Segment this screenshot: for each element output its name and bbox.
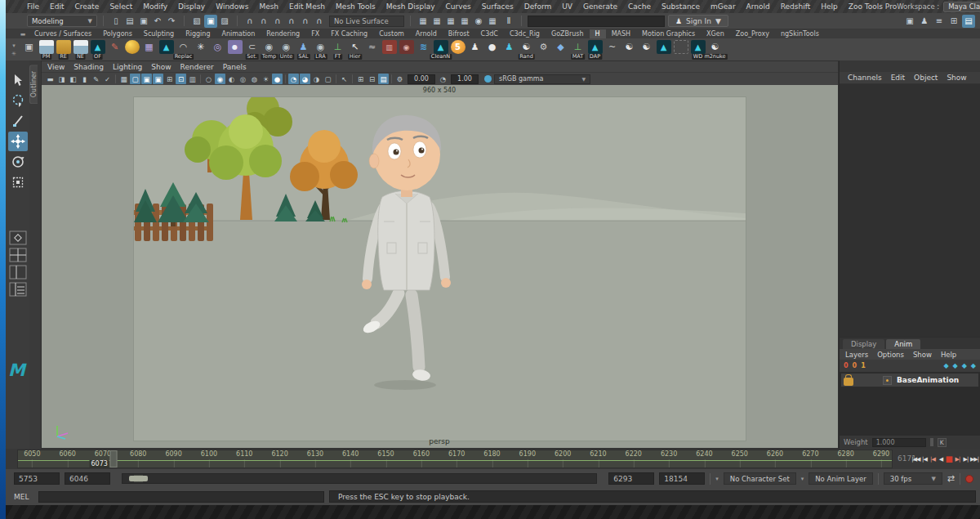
paint-select-tool-button[interactable] bbox=[8, 111, 28, 131]
go-to-end-button[interactable]: ▶▶| bbox=[970, 452, 978, 466]
menu-item[interactable]: Modify bbox=[143, 2, 167, 11]
shelf-item[interactable]: ✎ bbox=[106, 39, 123, 60]
shelf-tab[interactable]: MASH bbox=[606, 29, 636, 38]
viewport-toolbar-icon[interactable]: ◔ bbox=[288, 74, 299, 84]
viewport-toolbar-icon[interactable]: ▤ bbox=[378, 74, 389, 84]
snap-view-plane-icon[interactable]: ∩ bbox=[299, 15, 312, 28]
select-component-icon[interactable]: ▨ bbox=[218, 15, 231, 28]
shelf-tab[interactable]: Custom bbox=[373, 29, 410, 38]
shelf-item[interactable] bbox=[672, 39, 689, 60]
animation-start-field[interactable] bbox=[14, 472, 60, 485]
viewport-toolbar-icon[interactable]: ▢ bbox=[323, 74, 333, 84]
shelf-item[interactable]: RE bbox=[55, 39, 72, 60]
layer-editor-tab[interactable]: Display bbox=[843, 339, 884, 349]
gamma-field[interactable]: 1.00 bbox=[451, 74, 479, 84]
viewport-menu-item[interactable]: Renderer bbox=[180, 63, 214, 71]
viewport-toolbar-icon[interactable]: ▬ bbox=[45, 74, 56, 84]
menu-item[interactable]: Edit bbox=[50, 2, 64, 11]
menu-item[interactable]: Cache bbox=[628, 2, 651, 11]
playback-start-field[interactable] bbox=[65, 472, 110, 485]
viewport-toolbar-icon[interactable] bbox=[352, 74, 353, 83]
viewport-toolbar-icon[interactable]: ● bbox=[272, 74, 283, 84]
shelf-tab[interactable]: ngSkinTools bbox=[775, 29, 825, 38]
auto-key-toggle[interactable] bbox=[965, 475, 973, 483]
workspace-select[interactable]: Maya Classic* ▼ bbox=[943, 2, 980, 12]
menu-item[interactable]: Select bbox=[109, 2, 132, 11]
colorspace-select[interactable]: sRGB gamma ▼ bbox=[494, 74, 590, 84]
viewport-menu-item[interactable]: Show bbox=[151, 63, 171, 71]
viewport-toolbar-icon[interactable]: ▮ bbox=[79, 74, 90, 84]
viewport-menu-item[interactable]: Lighting bbox=[113, 63, 142, 71]
timeline-ruler[interactable]: 6050606060706080609061006110612061306140… bbox=[17, 450, 893, 468]
shelf-tab[interactable]: Motion Graphics bbox=[636, 29, 701, 38]
menu-item[interactable]: Mesh Display bbox=[386, 2, 435, 11]
layer-editor-tab[interactable]: Anim bbox=[886, 339, 920, 349]
viewport-toolbar-icon[interactable] bbox=[391, 74, 392, 83]
menu-item[interactable]: File bbox=[27, 2, 39, 11]
pause-icon[interactable]: Ⅱ bbox=[502, 15, 515, 28]
chevron-down-icon[interactable]: ▾ bbox=[801, 476, 804, 482]
shelf-collapse-icon[interactable]: ▬ bbox=[17, 31, 29, 38]
channel-box-content[interactable] bbox=[840, 84, 980, 337]
layer-editor-menu-item[interactable]: Show bbox=[913, 351, 932, 359]
render-current-frame-icon[interactable]: ▦ bbox=[430, 15, 443, 28]
viewport-toolbar-icon[interactable]: ▦ bbox=[118, 74, 129, 84]
viewport-toolbar-icon[interactable]: ⊞ bbox=[355, 74, 366, 84]
shelf-item[interactable]: ☯ bbox=[638, 39, 655, 60]
anim-layer-row[interactable]: BaseAnimation bbox=[841, 374, 978, 387]
shelf-item[interactable]: ◠ Replac bbox=[175, 39, 192, 60]
shelf-item[interactable]: ● bbox=[226, 39, 243, 60]
play-backwards-button[interactable]: ◀ bbox=[937, 452, 944, 466]
viewport-toolbar-icon[interactable]: ⊟ bbox=[367, 74, 377, 84]
viewport-toolbar-icon[interactable]: ⚙ bbox=[394, 74, 405, 84]
viewport-toolbar-icon[interactable]: ◕ bbox=[300, 74, 310, 84]
snap-grid-icon[interactable]: ∩ bbox=[243, 15, 256, 28]
playback-end-field[interactable] bbox=[608, 472, 654, 485]
shelf-item[interactable]: ♟ bbox=[466, 39, 483, 60]
make-live-icon[interactable]: ∩ bbox=[313, 15, 326, 28]
menu-item[interactable]: Windows bbox=[216, 2, 248, 11]
shelf-item[interactable]: PM bbox=[38, 39, 55, 60]
save-scene-icon[interactable]: ▣ bbox=[137, 15, 150, 28]
shelf-item[interactable]: 5 bbox=[449, 39, 466, 60]
shelf-item[interactable]: ◆ bbox=[552, 39, 569, 60]
search-input[interactable] bbox=[528, 16, 665, 27]
layer-count-badge[interactable]: 0 bbox=[853, 362, 858, 369]
sign-in-button[interactable]: ♟ Sign In ▼ bbox=[668, 15, 728, 27]
shelf-tab[interactable]: Curves / Surfaces bbox=[29, 29, 97, 38]
menu-item[interactable]: Mesh Tools bbox=[336, 2, 376, 11]
shelf-item[interactable]: ◉ bbox=[398, 39, 415, 60]
redo-icon[interactable]: ↷ bbox=[165, 15, 178, 28]
anim-layer-select[interactable]: No Anim Layer bbox=[808, 472, 873, 485]
shelf-item[interactable]: ⊂ Set. bbox=[243, 39, 261, 60]
viewport-canvas[interactable]: 960 x 540 persp bbox=[42, 85, 838, 448]
ipr-render-icon[interactable]: ▦ bbox=[444, 15, 457, 28]
shelf-tab[interactable]: XGen bbox=[701, 29, 730, 38]
two-pane-layout-button[interactable] bbox=[9, 265, 27, 280]
fps-select[interactable]: 30 fps ▼ bbox=[884, 472, 942, 485]
viewport-toolbar-icon[interactable] bbox=[200, 74, 201, 83]
viewport-toolbar-icon[interactable]: ◐ bbox=[226, 74, 237, 84]
anim-layer-icon[interactable]: ◆ bbox=[971, 362, 976, 369]
layer-state-icon[interactable] bbox=[883, 376, 892, 385]
shelf-tab[interactable]: C3dc_Rig bbox=[504, 29, 546, 38]
channel-box-menu-item[interactable]: Edit bbox=[891, 74, 905, 82]
render-setup-icon[interactable]: ▦ bbox=[486, 15, 499, 28]
viewport-toolbar-icon[interactable] bbox=[115, 74, 116, 83]
menu-item[interactable]: Deform bbox=[524, 2, 551, 11]
anim-layer-icon[interactable]: ◆ bbox=[943, 362, 948, 369]
lasso-tool-button[interactable] bbox=[8, 91, 28, 110]
menu-item[interactable]: Help bbox=[821, 2, 838, 11]
character-set-select[interactable]: No Character Set bbox=[724, 472, 796, 485]
attribute-editor-icon[interactable]: ≡ bbox=[933, 15, 946, 28]
viewport-toolbar-icon[interactable] bbox=[336, 74, 336, 83]
channel-box-menu-item[interactable]: Channels bbox=[848, 74, 882, 82]
shelf-item[interactable]: ● bbox=[483, 39, 501, 60]
menu-item[interactable]: Display bbox=[178, 2, 205, 11]
step-back-frame-button[interactable]: |◀ bbox=[920, 452, 928, 466]
anim-layer-icon[interactable]: ◆ bbox=[953, 362, 958, 369]
playback-loop-icon[interactable]: ⇄ bbox=[947, 473, 955, 484]
move-tool-button[interactable] bbox=[8, 132, 28, 151]
shelf-item[interactable]: ▲ OF bbox=[89, 39, 106, 60]
live-surface-field[interactable]: No Live Surface bbox=[329, 16, 404, 27]
